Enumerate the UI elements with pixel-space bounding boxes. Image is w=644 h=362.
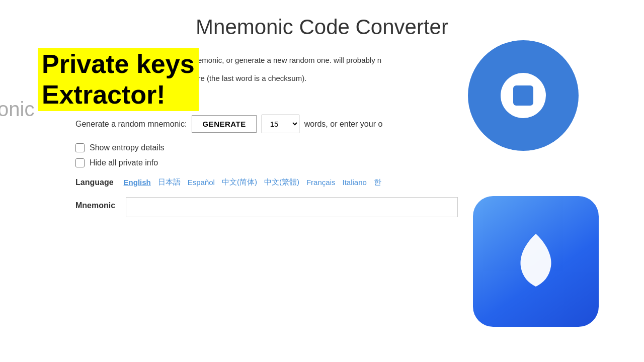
generate-row: Generate a random mnemonic: GENERATE 15 …	[75, 115, 458, 133]
generate-label: Generate a random mnemonic:	[75, 120, 187, 129]
language-italian[interactable]: Italiano	[342, 178, 366, 187]
language-chinese-simplified[interactable]: 中文(简体)	[222, 177, 257, 187]
mnemonic-input[interactable]	[126, 197, 458, 217]
circle-inner-ring	[501, 73, 546, 118]
mnemonic-heading: Mnemonic	[75, 197, 116, 210]
entropy-checkbox-row: Show entropy details	[75, 143, 458, 152]
edge-text: onic	[0, 98, 34, 121]
flame-icon-container	[473, 196, 599, 332]
circle-inner-square	[513, 85, 533, 106]
language-heading: Language	[75, 178, 114, 187]
generate-button[interactable]: GENERATE	[192, 115, 256, 133]
language-spanish[interactable]: Español	[188, 178, 215, 187]
language-korean[interactable]: 한	[374, 177, 381, 187]
entropy-label[interactable]: Show entropy details	[90, 143, 165, 152]
mnemonic-section: Mnemonic	[75, 197, 458, 217]
flame-svg	[508, 229, 564, 294]
hide-private-checkbox-row: Hide all private info	[75, 158, 458, 167]
flame-icon-bg	[473, 196, 599, 327]
language-japanese[interactable]: 日本語	[158, 177, 181, 187]
language-section: Language English 日本語 Español 中文(简体) 中文(繁…	[75, 177, 458, 187]
language-french[interactable]: Français	[306, 178, 336, 187]
language-chinese-traditional[interactable]: 中文(繁體)	[264, 177, 299, 187]
banner-line1: Private keys	[42, 50, 195, 78]
banner-line2: Extractor!	[42, 80, 195, 109]
blue-circle-icon-container	[468, 40, 579, 156]
words-select[interactable]: 15 3 6 9 12 18 21 24	[262, 115, 299, 133]
blue-circle-icon	[468, 40, 579, 151]
entropy-checkbox[interactable]	[75, 143, 85, 152]
words-after-label: words, or enter your o	[304, 120, 383, 129]
hide-private-checkbox[interactable]	[75, 158, 85, 167]
language-english[interactable]: English	[124, 178, 151, 187]
hide-private-label[interactable]: Hide all private info	[90, 158, 158, 167]
yellow-banner: Private keys Extractor!	[38, 48, 199, 111]
